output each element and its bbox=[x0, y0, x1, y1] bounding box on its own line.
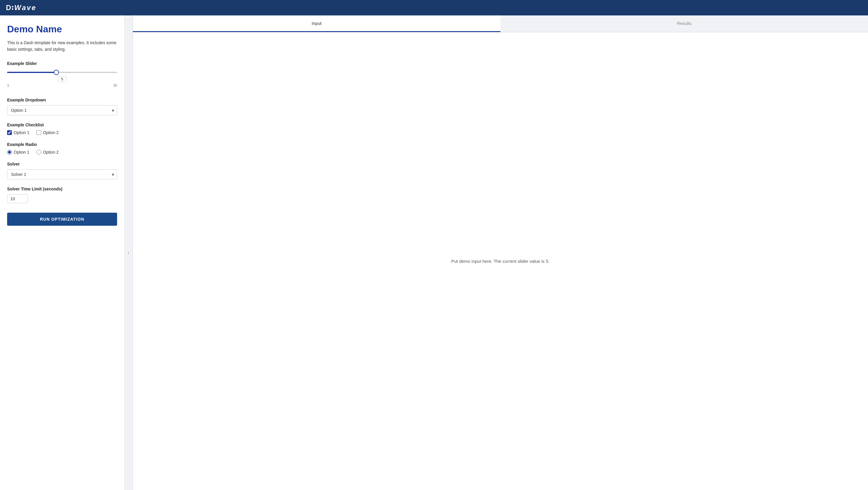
header: D W a v e bbox=[0, 0, 868, 16]
example-slider[interactable] bbox=[7, 72, 117, 73]
solver-dropdown[interactable]: Solver 1 Solver 2 Solver 3 bbox=[7, 169, 117, 179]
dwave-logo: D W a v e bbox=[6, 4, 36, 12]
radio-section: Example Radio Option 1 Option 2 bbox=[7, 142, 117, 154]
checklist-checkbox-1[interactable] bbox=[7, 130, 12, 135]
solver-dropdown-wrapper: Solver 1 Solver 2 Solver 3 ▾ bbox=[7, 169, 117, 179]
time-limit-input[interactable] bbox=[7, 194, 28, 203]
main-layout: Demo Name This is a Dash template for ne… bbox=[0, 16, 868, 490]
checklist-checkbox-2[interactable] bbox=[36, 130, 41, 135]
checklist-item-1-label: Option 1 bbox=[13, 130, 29, 135]
radio-item-1[interactable]: Option 1 bbox=[7, 150, 29, 154]
checklist-item-1[interactable]: Option 1 bbox=[7, 130, 29, 135]
checklist-section: Example Checklist Option 1 Option 2 bbox=[7, 122, 117, 135]
demo-title: Demo Name bbox=[7, 24, 117, 35]
content-area: Input Results Put demo input here. The c… bbox=[133, 16, 868, 490]
tab-input-content: Put demo input here. The current slider … bbox=[133, 32, 868, 490]
tab-results[interactable]: Results bbox=[500, 16, 868, 32]
checklist-container: Option 1 Option 2 bbox=[7, 130, 117, 135]
radio-item-2-label: Option 2 bbox=[43, 150, 59, 154]
radio-item-1-label: Option 1 bbox=[13, 150, 29, 154]
radio-container: Option 1 Option 2 bbox=[7, 150, 117, 154]
dropdown-label: Example Dropdown bbox=[7, 97, 117, 102]
slider-max: 10 bbox=[113, 83, 117, 87]
dropdown-section: Example Dropdown Option 1 Option 2 Optio… bbox=[7, 97, 117, 115]
radio-button-2[interactable] bbox=[36, 150, 41, 154]
demo-description: This is a Dash template for new examples… bbox=[7, 39, 117, 53]
slider-section: Example Slider 5 1 10 bbox=[7, 61, 117, 90]
tabs-container: Input Results bbox=[133, 16, 868, 32]
slider-label: Example Slider bbox=[7, 61, 117, 66]
slider-range: 1 10 bbox=[7, 83, 117, 87]
input-content-text: Put demo input here. The current slider … bbox=[451, 259, 550, 264]
dropdown-wrapper: Option 1 Option 2 Option 3 ▾ bbox=[7, 105, 117, 115]
slider-container: 5 1 10 bbox=[7, 69, 117, 90]
radio-label: Example Radio bbox=[7, 142, 117, 147]
checklist-label: Example Checklist bbox=[7, 122, 117, 127]
tab-input[interactable]: Input bbox=[133, 16, 500, 32]
checklist-item-2-label: Option 2 bbox=[43, 130, 59, 135]
time-limit-label: Solver Time Limit (seconds) bbox=[7, 186, 117, 191]
radio-button-1[interactable] bbox=[7, 150, 12, 154]
sidebar: Demo Name This is a Dash template for ne… bbox=[0, 16, 125, 490]
run-optimization-button[interactable]: RUN OPTIMIZATION bbox=[7, 213, 117, 226]
time-limit-section: Solver Time Limit (seconds) bbox=[7, 186, 117, 203]
logo-text: D W a v e bbox=[6, 4, 36, 12]
collapse-handle[interactable]: ‹ bbox=[125, 16, 133, 490]
chevron-left-icon: ‹ bbox=[128, 250, 129, 256]
solver-label: Solver bbox=[7, 162, 117, 166]
example-dropdown[interactable]: Option 1 Option 2 Option 3 bbox=[7, 105, 117, 115]
slider-value: 5 bbox=[58, 76, 66, 82]
solver-section: Solver Solver 1 Solver 2 Solver 3 ▾ bbox=[7, 162, 117, 179]
slider-min: 1 bbox=[7, 83, 9, 87]
radio-item-2[interactable]: Option 2 bbox=[36, 150, 59, 154]
checklist-item-2[interactable]: Option 2 bbox=[36, 130, 59, 135]
